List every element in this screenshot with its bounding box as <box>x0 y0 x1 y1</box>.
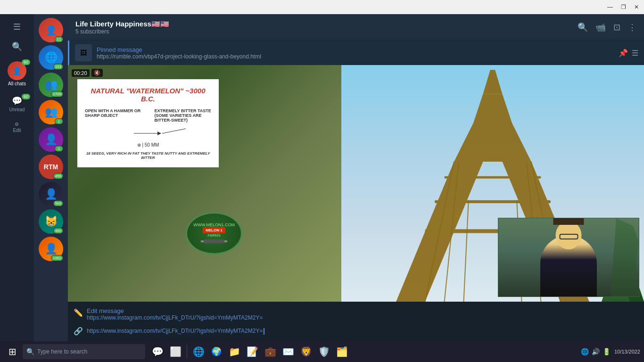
unread-label: Unread <box>9 107 25 112</box>
video-call-icon[interactable]: 📹 <box>595 22 606 33</box>
avatar-badge: 11 <box>55 36 63 42</box>
list-item[interactable]: 😸 480 <box>39 209 63 234</box>
svg-line-2 <box>162 129 186 133</box>
pin-icon: 📌 <box>619 49 628 58</box>
taskbar-right: 🌐 🔊 🔋 10/13/2022 <box>581 348 640 355</box>
list-item[interactable]: 👤 1002 <box>39 237 63 261</box>
watermelon-card: NATURAL "WATERMELON" ~3000 B.C. OPEN WIT… <box>77 79 219 167</box>
chat-header-actions: 🔍 📹 ⊡ ⋮ <box>578 22 636 33</box>
start-button[interactable]: ⊞ <box>4 343 21 360</box>
list-item[interactable]: 👤 500 <box>39 182 63 206</box>
taskbar-sys-icons: 🌐 🔊 🔋 <box>581 348 611 355</box>
start-icon: ⊞ <box>8 346 17 357</box>
chat-header: Life Liberty Happiness🇺🇸🇺🇸 5 subscribers… <box>68 14 644 41</box>
task-view-icon: ⬜ <box>170 346 182 357</box>
svg-rect-13 <box>464 147 522 149</box>
layout-icon[interactable]: ⊡ <box>613 22 620 33</box>
sidebar-item-edit[interactable]: ⚙ Edit <box>13 122 21 133</box>
avatar-badge: 1002 <box>51 255 63 261</box>
card-desc-left: OPEN WITH A HAMMER OR SHARP OBJECT <box>85 108 142 123</box>
taskbar-date: 10/13/2022 <box>614 349 640 354</box>
nav-items: ☰ 🔍 60 👤 All chats 60 💬 Unread ⚙ Edit <box>0 18 34 133</box>
taskbar-app-word[interactable]: 📝 <box>244 343 261 360</box>
search-icon: 🔍 <box>12 41 22 52</box>
link-row: 🔗 https://www.instagram.com/tv/CjjLFk_DT… <box>74 325 638 337</box>
sidebar-item-unread[interactable]: 60 💬 Unread <box>0 92 34 116</box>
list-item[interactable]: 👥 2709 <box>39 73 63 97</box>
pinned-message[interactable]: 🖼 Pinned message https://rumble.com/vbp4… <box>68 41 644 65</box>
media-area: 00:20 🔇 NATURAL "WATERMELON" ~3000 B.C. … <box>68 65 644 302</box>
taskbar-app-security[interactable]: 🛡️ <box>315 343 332 360</box>
pip-content <box>498 218 639 296</box>
edit-message-url: https://www.instagram.com/tv/CjjLFk_DTrU… <box>87 314 638 321</box>
person-head <box>556 221 582 249</box>
files-icon: 📁 <box>229 346 240 357</box>
video-time: 00:20 <box>72 69 90 77</box>
taskbar-app-teams[interactable]: 💼 <box>262 343 279 360</box>
taskbar-app-brave[interactable]: 🦁 <box>297 343 314 360</box>
melon-label: MELON 1 <box>203 227 225 233</box>
text-cursor <box>264 328 264 335</box>
taskbar-app-task-view[interactable]: ⬜ <box>167 343 184 360</box>
svg-rect-15 <box>476 116 510 118</box>
avatar-badge: 2709 <box>51 91 63 97</box>
taskbar: ⊞ 🔍 Type here to search 💬 ⬜ 🌐 🌍 📁 📝 💼 ✉️… <box>0 341 644 362</box>
pinned-actions: 📌 ☰ <box>619 49 638 58</box>
security-icon: 🛡️ <box>318 346 330 357</box>
avatar-badge: 456 <box>53 173 63 179</box>
extra-app-icon: 🗂️ <box>336 346 348 357</box>
volume-icon[interactable]: 🔊 <box>592 348 600 355</box>
taskbar-app-cortana[interactable]: 💬 <box>149 343 166 360</box>
minimize-button[interactable]: — <box>606 3 614 11</box>
network-icon[interactable]: 🌐 <box>581 348 589 355</box>
video-mute-button[interactable]: 🔇 <box>91 69 103 77</box>
pip-window <box>498 218 639 297</box>
svg-rect-16 <box>478 108 507 110</box>
brave-icon: 🦁 <box>300 346 312 357</box>
sidebar-item-search[interactable]: 🔍 <box>0 38 34 56</box>
separator <box>187 345 187 359</box>
sidebar-item-menu[interactable]: ☰ <box>0 18 34 36</box>
avatar-badge: 480 <box>53 228 63 234</box>
svg-line-20 <box>464 200 469 302</box>
search-chat-icon[interactable]: 🔍 <box>578 22 588 33</box>
battery-icon[interactable]: 🔋 <box>603 348 611 355</box>
taskbar-app-mail[interactable]: ✉️ <box>280 343 297 360</box>
taskbar-app-files[interactable]: 📁 <box>226 343 243 360</box>
taskbar-app-chrome[interactable]: 🌍 <box>208 343 225 360</box>
list-item[interactable]: 👥 2 <box>39 100 63 124</box>
edit-icon: ⚙ <box>15 122 19 127</box>
pinned-url: https://rumble.com/vbp47d-project-lookin… <box>97 53 614 60</box>
list-item[interactable]: 👤 1 <box>39 127 63 152</box>
edit-message-label: Edit message <box>87 307 638 314</box>
taskbar-app-extra[interactable]: 🗂️ <box>333 343 350 360</box>
link-icon: 🔗 <box>74 327 83 336</box>
card-desc-row: OPEN WITH A HAMMER OR SHARP OBJECT EXTRE… <box>85 108 211 123</box>
avatar-badge: 1 <box>55 146 63 152</box>
maximize-button[interactable]: ❐ <box>619 3 627 11</box>
app-container: ☰ 🔍 60 👤 All chats 60 💬 Unread ⚙ Edit <box>0 14 644 341</box>
list-item[interactable]: 🌐 153 <box>39 45 63 70</box>
taskbar-search[interactable]: 🔍 Type here to search <box>23 344 145 359</box>
edit-message-row: ✏️ Edit message https://www.instagram.co… <box>74 305 638 323</box>
video-controls: 00:20 🔇 <box>72 69 103 77</box>
chat-subscribers: 5 subscribers <box>75 28 578 35</box>
card-arrows <box>85 126 211 140</box>
taskbar-app-edge[interactable]: 🌐 <box>190 343 207 360</box>
svg-rect-4 <box>204 239 224 243</box>
sidebar-item-all-chats[interactable]: 60 👤 All chats <box>0 58 34 90</box>
chat-header-info: Life Liberty Happiness🇺🇸🇺🇸 5 subscribers <box>75 20 578 35</box>
chrome-icon: 🌍 <box>211 346 222 357</box>
more-options-icon[interactable]: ⋮ <box>628 22 636 33</box>
link-url-text: https://www.instagram.com/tv/CjjLFk_DTrU… <box>87 328 263 334</box>
pinned-content: Pinned message https://rumble.com/vbp47d… <box>97 46 614 60</box>
list-item[interactable]: 👤 11 <box>39 18 63 42</box>
svg-marker-1 <box>157 132 161 135</box>
list-item[interactable]: RTM 456 <box>39 155 63 179</box>
taskbar-search-text: Type here to search <box>37 348 87 355</box>
close-button[interactable]: ✕ <box>633 3 640 11</box>
melon-sticker: WWW.MELON1.COM MELON 1 FARMS <box>186 212 242 255</box>
unread-badge: 60 <box>22 94 30 99</box>
svg-rect-14 <box>469 138 517 140</box>
unread-icon: 💬 <box>12 96 22 106</box>
